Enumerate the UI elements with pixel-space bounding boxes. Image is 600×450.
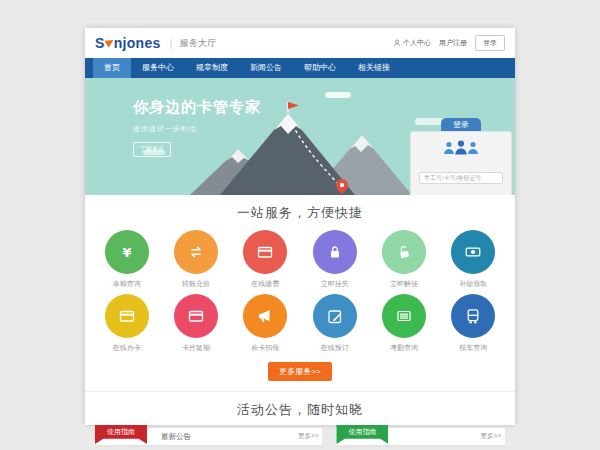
services-title: 一站服务，方便快捷	[85, 204, 515, 222]
lock-icon	[313, 230, 357, 274]
logo-divider: |	[170, 38, 173, 49]
hero-copy: 你身边的卡管专家 提供捷径一步到位 了解更多	[133, 98, 261, 157]
logo-text-rest: njones	[114, 35, 161, 51]
more-link-left[interactable]: 更多>>	[298, 432, 319, 441]
nav-item-help[interactable]: 帮助中心	[293, 58, 347, 78]
register-label: 用户注册	[439, 38, 467, 48]
edit-icon	[313, 294, 357, 338]
nav-item-news[interactable]: 新闻公告	[239, 58, 293, 78]
more-services-button[interactable]: 更多服务>>	[268, 362, 331, 381]
service-label: 在线预订	[300, 343, 369, 353]
logo-text-s: S	[95, 35, 105, 51]
transfer-icon	[174, 230, 218, 274]
users-group-icon	[419, 139, 503, 160]
personal-center-label: 个人中心	[403, 38, 431, 48]
service-label: 补助领取	[439, 279, 508, 289]
hero-cta-button[interactable]: 了解更多	[133, 142, 171, 157]
card-icon	[174, 294, 218, 338]
service-online-card-apply[interactable]: 在线办卡	[92, 294, 161, 353]
unlock-icon	[382, 230, 426, 274]
service-report-loss[interactable]: 立即挂失	[300, 230, 369, 289]
service-label: 在线缴费	[231, 279, 300, 289]
username-input[interactable]	[419, 172, 503, 184]
header: S njones | 服务大厅 个人中心 用户注册 登录	[85, 28, 515, 58]
personal-center-link[interactable]: 个人中心	[393, 38, 431, 48]
site-frame: S njones | 服务大厅 个人中心 用户注册 登录 首页 服务中心 规章制…	[85, 28, 515, 425]
main-nav: 首页 服务中心 规章制度 新闻公告 帮助中心 相关链接	[85, 58, 515, 78]
announcement-bar-left: 使用指南 最新公告 更多>>	[95, 428, 322, 447]
yen-icon: ¥	[105, 230, 149, 274]
service-school-bus-inquiry[interactable]: 校车查询	[439, 294, 508, 353]
site-name: 服务大厅	[179, 37, 216, 50]
announcement-bar-right: 使用指南 更多>>	[336, 428, 505, 447]
card-icon	[105, 294, 149, 338]
services-grid: ¥ 余额查询 转账充值 在线缴费 立即挂失	[92, 230, 508, 353]
announcement-bars: 使用指南 最新公告 更多>> 使用指南 更多>>	[95, 428, 505, 447]
more-link-right[interactable]: 更多>>	[480, 432, 501, 441]
service-transfer-recharge[interactable]: 转账充值	[161, 230, 230, 289]
service-label: 卡片延期	[161, 343, 230, 353]
service-label: 捡卡招领	[231, 343, 300, 353]
register-link[interactable]: 用户注册	[439, 38, 467, 48]
logo[interactable]: S njones | 服务大厅	[95, 35, 217, 51]
hero-banner: 你身边的卡管专家 提供捷径一步到位 了解更多 登录	[85, 78, 515, 195]
announcements-section: 活动公告，随时知晓 使用指南 最新公告 更多>> 使用指南 更多>>	[85, 391, 515, 450]
service-subsidy-collect[interactable]: 补助领取	[439, 230, 508, 289]
header-links: 个人中心 用户注册 登录	[393, 35, 505, 51]
nav-item-home[interactable]: 首页	[93, 58, 131, 78]
nav-item-rules[interactable]: 规章制度	[185, 58, 239, 78]
login-tab[interactable]: 登录	[441, 118, 481, 131]
service-online-booking[interactable]: 在线预订	[300, 294, 369, 353]
nav-item-links[interactable]: 相关链接	[347, 58, 401, 78]
service-card-extension[interactable]: 卡片延期	[161, 294, 230, 353]
service-cancel-loss[interactable]: 立即解挂	[369, 230, 438, 289]
megaphone-icon	[243, 294, 287, 338]
hero-subtitle: 提供捷径一步到位	[133, 124, 261, 134]
header-login-button[interactable]: 登录	[475, 35, 505, 51]
nav-item-service-center[interactable]: 服务中心	[131, 58, 185, 78]
services-section: 一站服务，方便快捷 ¥ 余额查询 转账充值 在线缴费	[85, 195, 515, 381]
attendance-icon	[382, 294, 426, 338]
svg-text:¥: ¥	[122, 245, 131, 260]
tab-latest-news[interactable]: 最新公告	[161, 432, 191, 442]
service-found-card-claim[interactable]: 捡卡招领	[231, 294, 300, 353]
user-icon	[393, 39, 401, 47]
hero-title: 你身边的卡管专家	[133, 98, 261, 117]
announcements-title: 活动公告，随时知晓	[95, 401, 505, 419]
service-label: 校车查询	[439, 343, 508, 353]
tab-usage-guide[interactable]: 使用指南	[336, 425, 388, 444]
service-online-payment[interactable]: 在线缴费	[231, 230, 300, 289]
service-label: 转账充值	[161, 279, 230, 289]
service-label: 立即挂失	[300, 279, 369, 289]
service-attendance-inquiry[interactable]: 考勤查询	[369, 294, 438, 353]
login-card: 记住用户名 忘记密码 CYJP 换一张 登录	[410, 131, 512, 195]
service-label: 考勤查询	[369, 343, 438, 353]
service-label: 余额查询	[92, 279, 161, 289]
banknote-icon	[451, 230, 495, 274]
login-panel: 登录 记住用户名	[410, 118, 512, 195]
card-icon	[243, 230, 287, 274]
service-label: 在线办卡	[92, 343, 161, 353]
service-label: 立即解挂	[369, 279, 438, 289]
service-balance-inquiry[interactable]: ¥ 余额查询	[92, 230, 161, 289]
tab-usage-guide[interactable]: 使用指南	[95, 425, 147, 444]
bus-icon	[451, 294, 495, 338]
